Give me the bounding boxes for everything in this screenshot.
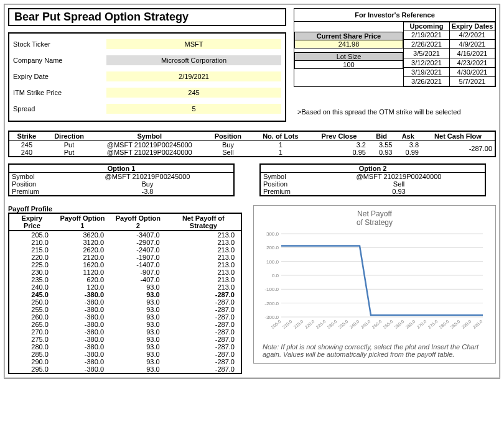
cell: 250.0 [9, 298, 55, 306]
payoff-row: 240.0120.093.0213.0 [9, 283, 241, 291]
svg-text:-300.0: -300.0 [264, 315, 279, 320]
cell: 93.0 [110, 306, 166, 313]
ticker-input[interactable]: MSFT [106, 39, 281, 49]
label: Premium [12, 188, 62, 195]
cell: 213.0 [166, 269, 241, 276]
cell: 3120.0 [55, 239, 110, 246]
cell: 270.0 [9, 328, 55, 336]
cell: -380.0 [55, 306, 110, 313]
cell: 245 [9, 141, 44, 149]
label: Symbol [12, 173, 62, 180]
cell: 3.8 [394, 141, 421, 149]
spread-note: >Based on this spread the OTM strike wil… [294, 108, 496, 116]
col-lots: No. of Lots [251, 132, 310, 141]
col-bid: Bid [368, 132, 395, 141]
strike-input[interactable]: 245 [106, 88, 281, 98]
cell: 93.0 [110, 358, 166, 365]
cell: 240 [9, 149, 44, 156]
expiry-dates-header: Expiry Dates [449, 22, 495, 30]
cell: 93.0 [110, 351, 166, 358]
cell: -287.0 [166, 365, 241, 374]
svg-text:270.0: 270.0 [416, 319, 427, 329]
option1-symbol: @MSFT 210219P00245000 [62, 173, 233, 180]
payoff-row: 285.0-380.093.0-287.0 [9, 351, 241, 358]
cell: 255.0 [9, 306, 55, 313]
expiry-dates-table: Upcoming 2/19/2021 2/26/2021 3/5/2021 3/… [403, 22, 495, 86]
ticker-label: Stock Ticker [13, 40, 106, 48]
svg-text:300.0: 300.0 [266, 231, 279, 237]
svg-text:0.0: 0.0 [272, 273, 279, 278]
cell: -380.0 [55, 336, 110, 343]
cell: -380.0 [55, 291, 110, 298]
svg-text:280.0: 280.0 [439, 319, 450, 329]
col-net-payoff: Net Payoff of Strategy [166, 213, 241, 231]
cell: -287.0 [166, 313, 241, 321]
svg-text:265.0: 265.0 [405, 319, 416, 329]
spread-input[interactable]: 5 [106, 104, 281, 114]
expiry-input[interactable]: 2/19/2021 [106, 71, 281, 81]
lot-size-label: Lot Size [294, 52, 403, 61]
option1-title: Option 1 [9, 165, 233, 173]
cell: 2120.0 [55, 254, 110, 261]
col-ask: Ask [394, 132, 421, 141]
payoff-row: 255.0-380.093.0-287.0 [9, 306, 241, 313]
cell: -407.0 [110, 276, 166, 283]
payoff-row: 290.0-380.093.0-287.0 [9, 358, 241, 365]
label: Position [12, 180, 62, 188]
cell: 3.2 [310, 141, 368, 149]
cell: -287.0 [166, 321, 241, 328]
inputs-panel: Stock Ticker MSFT Company Name Microsoft… [8, 32, 286, 122]
expiry-cell: 4/23/2021 [449, 58, 495, 68]
cell: 285.0 [9, 351, 55, 358]
cell: -380.0 [55, 313, 110, 321]
cell: -287.0 [166, 343, 241, 351]
payoff-table: Expiry Price Payoff Option 1 Payoff Opti… [8, 213, 242, 374]
svg-text:290.0: 290.0 [461, 319, 472, 329]
payoff-row: 250.0-380.093.0-287.0 [9, 298, 241, 306]
cell: -380.0 [55, 298, 110, 306]
cell: 210.0 [9, 239, 55, 246]
col-payoff1: Payoff Option 1 [55, 213, 110, 231]
payoff-row: 265.0-380.093.0-287.0 [9, 321, 241, 328]
option2-title: Option 2 [261, 165, 485, 173]
payoff-row: 225.01620.0-1407.0213.0 [9, 261, 241, 269]
payoff-row: 235.0620.0-407.0213.0 [9, 276, 241, 283]
svg-text:-200.0: -200.0 [264, 300, 279, 306]
cell: 620.0 [55, 276, 110, 283]
cell: 225.0 [9, 261, 55, 269]
label: Position [263, 180, 313, 188]
cell: Buy [205, 141, 251, 149]
payoff-row: 205.03620.0-3407.0213.0 [9, 231, 241, 239]
col-position: Position [205, 132, 251, 141]
cell: 260.0 [9, 313, 55, 321]
svg-text:225.0: 225.0 [315, 319, 327, 329]
cell: -287.0 [166, 336, 241, 343]
page-title: Bear Put Spread Option Strategy [8, 8, 286, 26]
svg-text:100.0: 100.0 [266, 259, 279, 264]
expiry-cell: 3/12/2021 [403, 58, 449, 68]
svg-text:275.0: 275.0 [427, 319, 439, 329]
payoff-row: 230.01120.0-907.0213.0 [9, 269, 241, 276]
expiry-cell: 3/19/2021 [403, 68, 449, 77]
cell: 0.93 [368, 149, 395, 156]
svg-text:200.0: 200.0 [266, 245, 279, 250]
svg-text:235.0: 235.0 [338, 319, 349, 329]
cell: 205.0 [9, 231, 55, 239]
chart-subtitle: of Strategy [357, 218, 393, 227]
svg-text:205.0: 205.0 [271, 319, 282, 329]
expiry-cell: 2/19/2021 [403, 30, 449, 40]
share-price-label: Current Share Price [294, 32, 403, 40]
payoff-row: 280.0-380.093.0-287.0 [9, 343, 241, 351]
reference-title: For Investor's Reference [294, 8, 496, 21]
cell: -380.0 [55, 358, 110, 365]
cell: 213.0 [166, 261, 241, 269]
col-strike: Strike [9, 132, 44, 141]
col-prev: Prev Close [310, 132, 368, 141]
payoff-row: 210.03120.0-2907.0213.0 [9, 239, 241, 246]
cell: 93.0 [110, 291, 166, 298]
chart-note: Note: If plot is not showing correctly, … [258, 343, 492, 358]
cell: 1 [251, 141, 310, 149]
cell: 235.0 [9, 276, 55, 283]
cell: 93.0 [110, 321, 166, 328]
cell: 213.0 [166, 239, 241, 246]
